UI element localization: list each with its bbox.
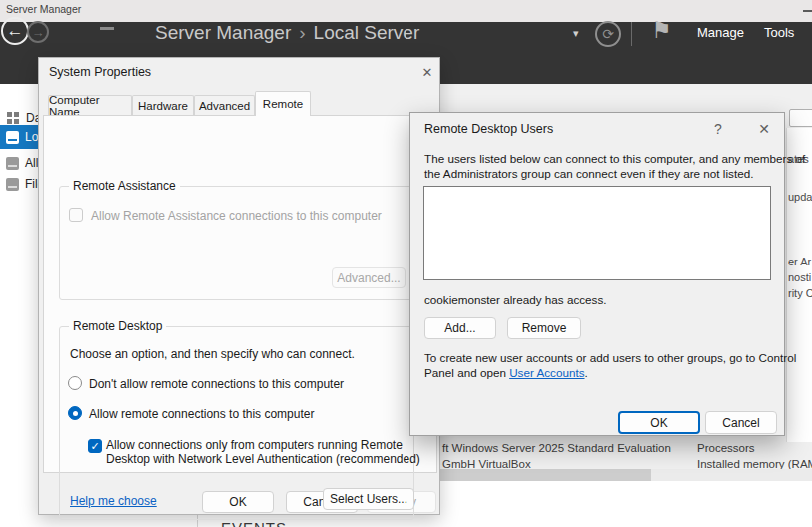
- sidebar-item-label: All: [25, 156, 38, 170]
- remote-tab-page: Remote Assistance Allow Remote Assistanc…: [43, 115, 437, 473]
- bg-text-fragment: nosti: [788, 271, 811, 283]
- all-servers-icon: [6, 157, 19, 170]
- tab-advanced[interactable]: Advanced: [194, 95, 255, 116]
- minimize-icon[interactable]: [803, 10, 812, 12]
- breadcrumb-page: Local Server: [314, 22, 420, 43]
- nla-label-line2: Desktop with Network Level Authenticatio…: [106, 452, 420, 466]
- remote-desktop-intro: Choose an option, and then specify who c…: [70, 347, 355, 361]
- nla-checkbox[interactable]: ✓: [88, 439, 102, 453]
- add-button[interactable]: Add...: [424, 317, 496, 339]
- group-legend: Remote Desktop: [69, 319, 166, 333]
- close-icon[interactable]: ✕: [754, 119, 774, 139]
- sidebar: Das Loc All File: [0, 84, 38, 527]
- ok-button[interactable]: OK: [618, 411, 700, 434]
- sidebar-item-file-storage[interactable]: File: [0, 172, 38, 196]
- system-properties-dialog: System Properties ✕ Computer Name Hardwa…: [38, 57, 440, 515]
- rdu-note-line2: Panel and open User Accounts.: [424, 365, 588, 380]
- nla-label-line1: Allow connections only from computers ru…: [106, 438, 403, 452]
- refresh-button[interactable]: ⟳: [595, 21, 621, 47]
- bg-text-fragment: upda: [788, 191, 812, 203]
- bg-text-fragment: er Ar: [788, 256, 811, 267]
- remove-button[interactable]: Remove: [507, 317, 581, 339]
- tab-hardware[interactable]: Hardware: [132, 95, 194, 116]
- advanced-button[interactable]: Advanced...: [332, 267, 406, 288]
- window-title: Server Manager: [6, 3, 81, 15]
- file-storage-icon: [6, 178, 19, 191]
- properties-panel-fragment: [786, 128, 812, 442]
- remote-assistance-checkbox[interactable]: [69, 208, 83, 222]
- chevron-down-icon[interactable]: ▾: [573, 27, 579, 40]
- menu-tools[interactable]: Tools: [764, 25, 794, 40]
- header-divider: [631, 22, 632, 46]
- forward-button[interactable]: →: [27, 21, 49, 43]
- check-icon: ✓: [90, 440, 99, 453]
- remote-desktop-users-dialog: Remote Desktop Users ? ✕ The users liste…: [409, 112, 785, 436]
- breadcrumb: Server Manager›Local Server: [155, 22, 419, 44]
- refresh-icon: ⟳: [602, 26, 614, 42]
- radio-allow[interactable]: [68, 406, 82, 420]
- radio-dont-allow-label: Don't allow remote connections to this c…: [89, 377, 344, 391]
- rdu-note-suffix: .: [585, 366, 588, 379]
- back-arrow-icon: ←: [7, 21, 24, 41]
- close-icon[interactable]: ✕: [417, 62, 437, 82]
- tab-computer-name[interactable]: Computer Name: [48, 95, 132, 116]
- server-manager-window: Server Manager ← → Server Manager›Local …: [0, 0, 812, 527]
- window-titlebar: Server Manager: [0, 0, 812, 22]
- dialog-title: Remote Desktop Users: [424, 122, 553, 136]
- radio-allow-label: Allow remote connections to this compute…: [89, 407, 314, 421]
- cancel-button[interactable]: Cancel: [705, 411, 777, 434]
- sidebar-item-label: Das: [26, 111, 38, 125]
- radio-dont-allow[interactable]: [68, 376, 82, 390]
- rdu-status-text: cookiemonster already has access.: [424, 292, 607, 307]
- rdu-intro-line2: the Administrators group can connect eve…: [424, 166, 753, 181]
- dashboard-grid-icon: [7, 112, 19, 124]
- sidebar-item-label: File: [25, 177, 38, 191]
- dialog-title: System Properties: [49, 65, 151, 79]
- forward-arrow-icon: →: [32, 25, 45, 40]
- user-accounts-link[interactable]: User Accounts: [509, 366, 584, 379]
- group-legend: Remote Assistance: [69, 179, 180, 193]
- help-me-choose-link[interactable]: Help me choose: [70, 494, 157, 508]
- header-dash-icon: [100, 27, 114, 30]
- tasks-button-fragment[interactable]: [789, 109, 812, 127]
- sidebar-item-local-server[interactable]: Loc: [0, 125, 38, 149]
- remote-assistance-checkbox-label: Allow Remote Assistance connections to t…: [91, 209, 382, 223]
- users-listbox[interactable]: [423, 186, 771, 280]
- rdu-note-prefix: Panel and open: [424, 366, 509, 379]
- breadcrumb-root[interactable]: Server Manager: [155, 22, 291, 43]
- bg-os-name: ft Windows Server 2025 Standard Evaluati…: [442, 442, 671, 454]
- notifications-flag-icon[interactable]: ⚑: [651, 17, 672, 43]
- bg-processors-label: Processors: [697, 442, 755, 454]
- sidebar-item-label: Loc: [25, 130, 38, 144]
- rdu-note-line1: To create new user accounts or add users…: [424, 350, 796, 365]
- menu-manage[interactable]: Manage: [697, 25, 744, 40]
- events-heading: EVENTS: [221, 519, 287, 527]
- back-button[interactable]: ←: [1, 17, 29, 45]
- select-users-button[interactable]: Select Users...: [323, 488, 414, 510]
- rdu-intro-line1: The users listed below can connect to th…: [424, 151, 805, 166]
- tab-remote[interactable]: Remote: [255, 91, 311, 116]
- bg-text-fragment: rity C: [788, 287, 812, 299]
- local-server-icon: [6, 131, 19, 144]
- breadcrumb-separator: ›: [299, 22, 305, 43]
- help-icon[interactable]: ?: [708, 119, 728, 139]
